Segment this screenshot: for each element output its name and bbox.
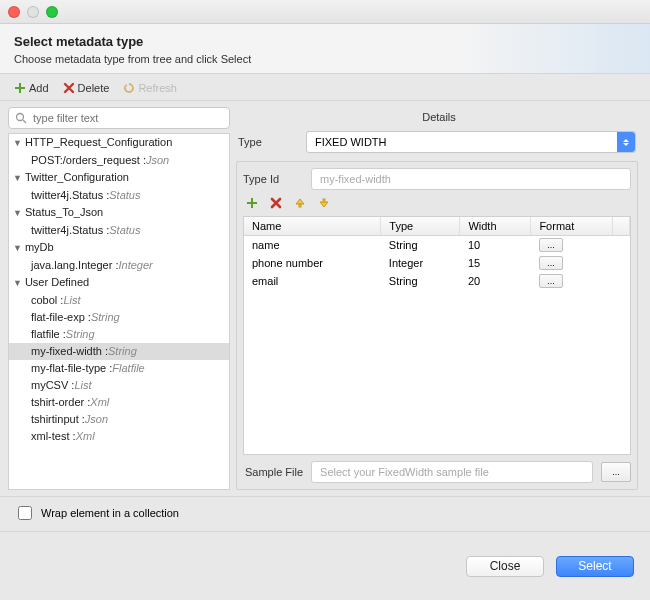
- type-id-label: Type Id: [243, 173, 301, 185]
- tree-item[interactable]: tshirt-order : Xml: [9, 394, 229, 411]
- tree-item-type: Integer: [118, 257, 152, 274]
- wrap-checkbox[interactable]: [18, 506, 32, 520]
- metadata-tree[interactable]: ▼HTTP_Request_ConfigurationPOST:/orders_…: [8, 133, 230, 490]
- type-select[interactable]: FIXED WIDTH: [306, 131, 636, 153]
- toolbar: Add Delete Refresh: [0, 74, 650, 101]
- tree-item[interactable]: POST:/orders_request : Json: [9, 152, 229, 169]
- tree-group[interactable]: ▼Status_To_Json: [9, 204, 229, 222]
- svg-rect-5: [247, 202, 257, 204]
- tree-item-type: Json: [146, 152, 169, 169]
- field-delete-icon[interactable]: [269, 196, 283, 210]
- svg-line-3: [23, 120, 26, 123]
- tree-item[interactable]: cobol : List: [9, 292, 229, 309]
- tree-item-label: HTTP_Request_Configuration: [25, 134, 172, 151]
- tree-item-label: User Defined: [25, 274, 89, 291]
- format-browse-button[interactable]: ...: [539, 256, 563, 270]
- wrap-option: Wrap element in a collection: [0, 496, 650, 531]
- details-panel: Type Id my-fixed-width NameTypeWidthForm…: [236, 161, 638, 490]
- tree-item-label: java.lang.Integer :: [31, 257, 118, 274]
- sample-file-label: Sample File: [245, 466, 303, 478]
- table-row[interactable]: phone numberInteger15...: [244, 254, 630, 272]
- tree-item-label: tshirtinput :: [31, 411, 85, 428]
- format-browse-button[interactable]: ...: [539, 274, 563, 288]
- tree-item[interactable]: xml-test : Xml: [9, 428, 229, 445]
- select-button[interactable]: Select: [556, 556, 634, 577]
- grid-header[interactable]: Width: [460, 217, 531, 236]
- grid-cell[interactable]: phone number: [244, 254, 381, 272]
- search-icon: [15, 112, 27, 124]
- type-select-value: FIXED WIDTH: [315, 136, 387, 148]
- grid-cell[interactable]: name: [244, 236, 381, 255]
- tree-item-label: twitter4j.Status :: [31, 187, 109, 204]
- tree-item-type: List: [74, 377, 91, 394]
- tree-item[interactable]: my-fixed-width : String: [9, 343, 229, 360]
- tree-item[interactable]: flat-file-exp : String: [9, 309, 229, 326]
- filter-input-wrap[interactable]: [8, 107, 230, 129]
- type-label: Type: [238, 136, 296, 148]
- field-up-icon[interactable]: [293, 196, 307, 210]
- tree-item-type: Xml: [90, 394, 109, 411]
- tree-item-type: Status: [109, 222, 140, 239]
- grid-cell[interactable]: String: [381, 236, 460, 255]
- tree-item[interactable]: my-flat-file-type : Flatfile: [9, 360, 229, 377]
- tree-item-type: String: [66, 326, 95, 343]
- tree-item-label: my-fixed-width :: [31, 343, 108, 360]
- tree-item-type: Json: [85, 411, 108, 428]
- wrap-label: Wrap element in a collection: [41, 507, 179, 519]
- tree-item[interactable]: flatfile : String: [9, 326, 229, 343]
- tree-item[interactable]: java.lang.Integer : Integer: [9, 257, 229, 274]
- grid-cell[interactable]: Integer: [381, 254, 460, 272]
- delete-button[interactable]: Delete: [63, 82, 110, 94]
- x-icon: [63, 82, 75, 94]
- sample-file-browse-button[interactable]: ...: [601, 462, 631, 482]
- type-id-field[interactable]: my-fixed-width: [311, 168, 631, 190]
- plus-icon: [14, 82, 26, 94]
- sample-file-field[interactable]: Select your FixedWidth sample file: [311, 461, 593, 483]
- refresh-button[interactable]: Refresh: [123, 82, 177, 94]
- grid-header[interactable]: Name: [244, 217, 381, 236]
- svg-rect-6: [299, 204, 301, 207]
- window-titlebar[interactable]: [0, 0, 650, 24]
- grid-cell[interactable]: 10: [460, 236, 531, 255]
- dialog-footer: Close Select: [0, 531, 650, 600]
- tree-group[interactable]: ▼User Defined: [9, 274, 229, 292]
- tree-item-label: tshirt-order :: [31, 394, 90, 411]
- field-down-icon[interactable]: [317, 196, 331, 210]
- maximize-icon[interactable]: [46, 6, 58, 18]
- tree-item[interactable]: myCSV : List: [9, 377, 229, 394]
- table-row[interactable]: emailString20...: [244, 272, 630, 290]
- close-icon[interactable]: [8, 6, 20, 18]
- tree-item-type: Status: [109, 187, 140, 204]
- dialog-header: Select metadata type Choose metadata typ…: [0, 24, 650, 74]
- tree-group[interactable]: ▼HTTP_Request_Configuration: [9, 134, 229, 152]
- field-add-icon[interactable]: [245, 196, 259, 210]
- grid-cell[interactable]: 20: [460, 272, 531, 290]
- tree-item-label: POST:/orders_request :: [31, 152, 146, 169]
- tree-item-type: Xml: [76, 428, 95, 445]
- tree-group[interactable]: ▼myDb: [9, 239, 229, 257]
- grid-cell[interactable]: email: [244, 272, 381, 290]
- chevron-down-icon: ▼: [13, 205, 22, 222]
- close-button[interactable]: Close: [466, 556, 544, 577]
- tree-item-label: my-flat-file-type :: [31, 360, 112, 377]
- grid-header[interactable]: Type: [381, 217, 460, 236]
- dialog-title: Select metadata type: [14, 34, 636, 49]
- filter-input[interactable]: [31, 111, 223, 125]
- grid-cell[interactable]: String: [381, 272, 460, 290]
- tree-item-type: List: [63, 292, 80, 309]
- minimize-icon: [27, 6, 39, 18]
- grid-header[interactable]: Format: [531, 217, 613, 236]
- table-row[interactable]: nameString10...: [244, 236, 630, 255]
- tree-item-label: Status_To_Json: [25, 204, 103, 221]
- svg-rect-7: [323, 199, 325, 202]
- grid-cell[interactable]: 15: [460, 254, 531, 272]
- add-button[interactable]: Add: [14, 82, 49, 94]
- fields-grid[interactable]: NameTypeWidthFormatnameString10...phone …: [243, 216, 631, 455]
- tree-item[interactable]: twitter4j.Status : Status: [9, 222, 229, 239]
- tree-item[interactable]: tshirtinput : Json: [9, 411, 229, 428]
- tree-group[interactable]: ▼Twitter_Configuration: [9, 169, 229, 187]
- tree-item[interactable]: twitter4j.Status : Status: [9, 187, 229, 204]
- format-browse-button[interactable]: ...: [539, 238, 563, 252]
- chevron-down-icon: ▼: [13, 170, 22, 187]
- tree-item-label: myCSV :: [31, 377, 74, 394]
